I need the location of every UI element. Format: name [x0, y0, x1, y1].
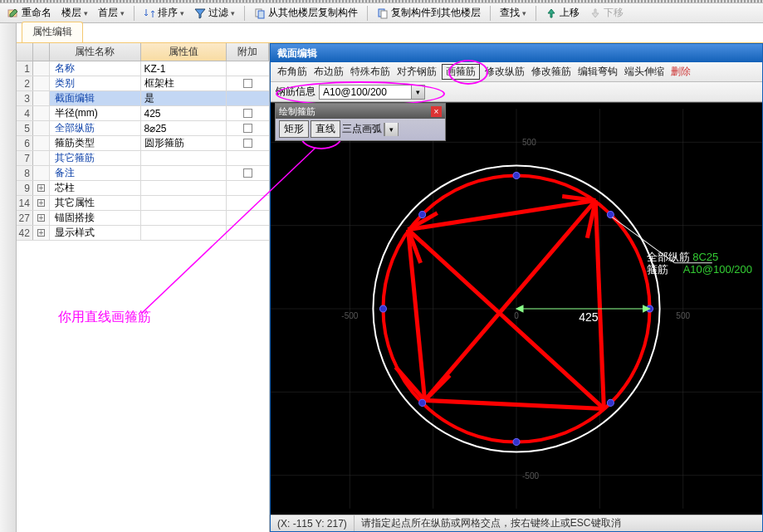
section-canvas[interactable]: 0 500 -500 500 -500: [271, 102, 762, 515]
table-row[interactable]: 2类别框架柱: [17, 76, 269, 91]
status-message: 请指定起点所在纵筋或网格交点，按右键终止或ESC键取消: [355, 516, 762, 530]
svg-point-40: [419, 399, 426, 406]
table-row[interactable]: 14+其它属性: [17, 196, 269, 211]
status-bar: (X: -115 Y: 217) 请指定起点所在纵筋或网格交点，按右键终止或ES…: [271, 515, 762, 531]
rebar-info-label: 钢筋信息: [276, 85, 315, 99]
svg-point-39: [607, 212, 614, 218]
svg-line-26: [425, 400, 604, 408]
svg-text:500: 500: [522, 138, 536, 147]
editor-menu-item[interactable]: 布边筋: [312, 64, 345, 80]
left-dock: [0, 23, 17, 532]
main-toolbar: 重命名 楼层 首层 排序 过滤 从其他楼层复制构件 复制构件到其他楼层 查找 上…: [0, 3, 763, 23]
svg-point-34: [513, 172, 520, 178]
svg-text:-500: -500: [522, 471, 539, 481]
property-grid: 属性名称 属性值 附加 1名称KZ-12类别框架柱3截面编辑是4半径(mm)42…: [17, 43, 270, 532]
move-down-button: 下移: [585, 5, 628, 22]
editor-menu-delete[interactable]: 删除: [669, 64, 692, 80]
status-coord: (X: -115 Y: 217): [271, 515, 355, 531]
svg-text:-500: -500: [341, 311, 358, 320]
find-dropdown[interactable]: 查找: [496, 5, 531, 22]
editor-menu: 布角筋布边筋特殊布筋对齐钢筋画箍筋修改纵筋修改箍筋编辑弯钩端头伸缩删除: [271, 62, 762, 82]
table-row[interactable]: 3截面编辑是: [17, 91, 269, 106]
svg-text:500: 500: [676, 311, 690, 320]
col-value-header: 属性值: [141, 43, 227, 61]
editor-menu-item[interactable]: 特殊布筋: [349, 64, 392, 80]
svg-line-32: [425, 375, 450, 400]
copy-to-floor-button[interactable]: 复制构件到其他楼层: [373, 5, 485, 22]
draw-line-button[interactable]: 直线: [311, 120, 340, 138]
svg-point-36: [379, 305, 386, 312]
col-add-header: 附加: [227, 43, 269, 61]
table-row[interactable]: 9+芯柱: [17, 181, 269, 196]
svg-point-38: [419, 212, 426, 218]
table-row[interactable]: 8备注: [17, 166, 269, 181]
first-floor-dropdown[interactable]: 首层: [94, 5, 129, 22]
draw-arc-dd[interactable]: [384, 123, 398, 136]
svg-line-23: [425, 201, 596, 401]
table-row[interactable]: 4半径(mm)425: [17, 106, 269, 121]
svg-point-41: [607, 399, 614, 406]
floor-dropdown[interactable]: 楼层: [57, 5, 92, 22]
draw-arc-label: 三点画弧: [342, 122, 382, 136]
editor-menu-item[interactable]: 修改纵筋: [483, 64, 526, 80]
draw-rect-button[interactable]: 矩形: [279, 120, 309, 138]
svg-rect-2: [258, 11, 264, 18]
table-row[interactable]: 1名称KZ-1: [17, 61, 269, 76]
editor-menu-item[interactable]: 编辑弯钩: [576, 64, 619, 80]
table-row[interactable]: 7其它箍筋: [17, 151, 269, 166]
editor-menu-item[interactable]: 布角筋: [276, 64, 309, 80]
table-row[interactable]: 6箍筋类型圆形箍筋: [17, 136, 269, 151]
tab-strip: 属性编辑: [17, 23, 763, 43]
sort-dropdown[interactable]: 排序: [139, 5, 188, 22]
draw-stirrup-toolbar[interactable]: 绘制箍筋 × 矩形 直线 三点画弧: [275, 103, 446, 141]
copy-from-floor-button[interactable]: 从其他楼层复制构件: [250, 5, 362, 22]
close-icon[interactable]: ×: [431, 106, 442, 117]
editor-menu-item[interactable]: 画箍筋: [442, 64, 480, 80]
editor-menu-item[interactable]: 修改箍筋: [530, 64, 573, 80]
editor-menu-item[interactable]: 端头伸缩: [623, 64, 666, 80]
svg-text:425: 425: [579, 310, 599, 324]
draw-toolbar-title: 绘制箍筋: [279, 105, 315, 118]
user-annotation: 你用直线画箍筋: [58, 309, 151, 326]
table-row[interactable]: 27+锚固搭接: [17, 211, 269, 226]
move-up-button[interactable]: 上移: [541, 5, 584, 22]
filter-dropdown[interactable]: 过滤: [190, 5, 239, 22]
svg-text:0: 0: [514, 311, 519, 320]
svg-point-35: [513, 439, 520, 446]
table-row[interactable]: 42+显示样式: [17, 226, 269, 241]
svg-line-22: [408, 230, 604, 409]
table-row[interactable]: 5全部纵筋8⌀25: [17, 121, 269, 136]
tab-property-edit[interactable]: 属性编辑: [22, 22, 83, 42]
rebar-info-input[interactable]: [320, 85, 411, 99]
editor-menu-item[interactable]: 对齐钢筋: [395, 64, 438, 80]
rebar-info-combo[interactable]: [319, 85, 425, 100]
rebar-info-dd-button[interactable]: [411, 85, 424, 99]
svg-rect-4: [381, 11, 387, 18]
editor-title: 截面编辑: [271, 44, 762, 62]
rename-button[interactable]: 重命名: [3, 5, 56, 22]
col-name-header: 属性名称: [50, 43, 141, 61]
